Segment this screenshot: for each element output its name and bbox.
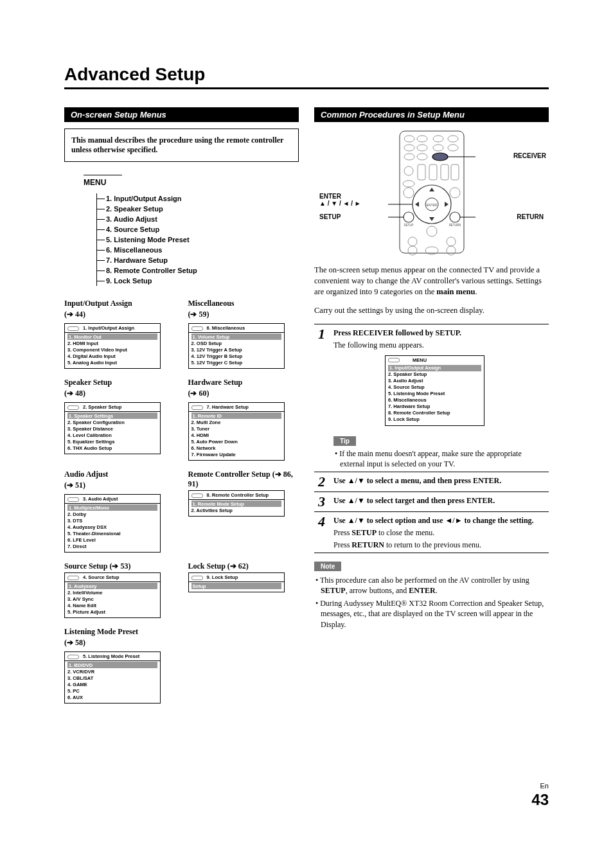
mini-menu-item: 2. VCR/DVR (67, 668, 157, 675)
svg-point-37 (447, 237, 456, 246)
mini-menu-header: 8. Remote Controller Setup (189, 491, 284, 500)
step1-menu-title: MENU (413, 357, 427, 363)
intro-paragraph-2: Carry out the settings by using the on-s… (314, 305, 549, 316)
mini-menu-item: 4. GAME (67, 681, 157, 687)
page-number: 43 (531, 791, 549, 808)
svg-text:SETUP: SETUP (404, 224, 413, 227)
step1-menu-item: 3. Audio Adjust (388, 378, 481, 384)
mini-menu-header: 3. Audio Adjust (65, 495, 160, 504)
intro-paragraph: The on-screen setup menus appear on the … (314, 265, 549, 297)
svg-point-26 (404, 188, 414, 198)
mini-menu: 9. Lock SetupSetup (188, 572, 285, 592)
submenu-title: Speaker Setup (64, 378, 175, 387)
svg-rect-16 (441, 164, 449, 180)
submenu-title: Source Setup (➔ 53) (64, 562, 175, 571)
svg-text:RETURN: RETURN (449, 224, 461, 227)
svg-point-2 (417, 136, 427, 142)
menu-tree-item: 4. Source Setup (97, 224, 299, 235)
mini-menu: 6. Miscellaneous1. Volume Setup2. OSD Se… (188, 323, 285, 369)
submenu-title: Hardware Setup (188, 378, 299, 387)
mini-menu-header: 6. Miscellaneous (189, 324, 284, 333)
svg-point-10 (417, 154, 427, 160)
submenu-block: Listening Mode Preset(➔ 58)5. Listening … (64, 627, 299, 704)
mini-menu-item: 7. Firmware Update (191, 451, 281, 457)
mini-menu-item: 1. Volume Setup (191, 333, 281, 340)
mini-menu-item: 2. Activities Setup (191, 507, 281, 513)
mini-menu-item: 4. Name Edit (67, 602, 157, 608)
svg-point-5 (404, 145, 414, 151)
menu-tree-item: 7. Hardware Setup (97, 255, 299, 265)
mini-menu-item: 1. BD/DVD (67, 662, 157, 668)
svg-point-8 (448, 145, 458, 151)
menu-tree-item: 6. Miscellaneous (97, 245, 299, 255)
mini-menu-item: 6. AUX (67, 694, 157, 700)
svg-point-35 (427, 226, 437, 236)
svg-marker-24 (415, 202, 419, 207)
step1-menu-item: 7. Hardware Setup (388, 403, 481, 410)
mini-menu-item: 3. DTS (67, 517, 157, 524)
mini-menu-item: Setup (191, 583, 281, 589)
mini-menu-item: 4. Audyssey DSX (67, 524, 157, 530)
step-2: 2 Use ▲/▼ to select a menu, and then pre… (314, 472, 549, 492)
svg-point-27 (450, 188, 460, 198)
mini-menu-item: 5. 12V Trigger C Setup (191, 359, 281, 366)
svg-point-28 (404, 212, 414, 222)
svg-point-30 (450, 212, 460, 222)
mini-menu-item: 7. Direct (67, 543, 157, 549)
mini-menu-header: 9. Lock Setup (189, 573, 284, 582)
submenu-ref: (➔ 51) (64, 481, 175, 490)
mini-menu-item: 6. LFE Level (67, 536, 157, 543)
mini-menu-item: 2. IntelliVolume (67, 589, 157, 596)
mini-menu-item: 5. Equalizer Settings (67, 438, 157, 445)
svg-rect-15 (429, 164, 437, 180)
mini-menu-item: 3. 12V Trigger A Setup (191, 346, 281, 353)
label-arrows: ▲ / ▼ / ◄ / ► (319, 200, 361, 207)
step1-menu-item: 1. Input/Output Assign (388, 365, 481, 371)
mini-menu-item: 6. Network (191, 445, 281, 451)
mini-menu-item: 4. Digital Audio Input (67, 353, 157, 359)
footer-locale: En (540, 782, 549, 790)
mini-menu: 2. Speaker Setup1. Speaker Settings2. Sp… (64, 402, 161, 454)
submenu-block: Audio Adjust(➔ 51)3. Audio Adjust1. Mult… (64, 470, 175, 553)
mini-menu-item: 3. CBL/SAT (67, 675, 157, 681)
right-section-header: Common Procedures in Setup Menu (314, 107, 549, 122)
svg-point-36 (408, 237, 417, 246)
mini-menu-item: 3. A/V Sync (67, 596, 157, 602)
submenu-title: Audio Adjust (64, 470, 175, 479)
submenu-block: Remote Controller Setup (➔ 86, 91)8. Rem… (188, 470, 299, 553)
mini-menu-item: 1. Speaker Settings (67, 412, 157, 419)
submenu-ref: (➔ 48) (64, 389, 175, 398)
note-label: Note (314, 562, 341, 571)
step1-menu-item: 6. Miscellaneous (388, 397, 481, 403)
mini-menu-item: 2. OSD Setup (191, 340, 281, 346)
svg-point-4 (448, 136, 458, 142)
svg-marker-23 (429, 217, 434, 221)
mini-menu: 8. Remote Controller Setup1. Remote Mode… (188, 490, 285, 517)
mini-menu: 3. Audio Adjust1. Multiplex/Mono2. Dolby… (64, 494, 161, 553)
svg-point-40 (447, 246, 456, 255)
submenu-title: Lock Setup (➔ 62) (188, 562, 299, 571)
step1-menu-item: 2. Speaker Setup (388, 371, 481, 378)
page-title: Advanced Setup (64, 64, 549, 89)
mini-menu: 5. Listening Mode Preset1. BD/DVD2. VCR/… (64, 651, 161, 704)
mini-menu: 4. Source Setup1. Audyssey2. IntelliVolu… (64, 572, 161, 618)
svg-marker-25 (445, 202, 449, 207)
svg-point-13 (404, 166, 413, 175)
mini-menu-header: 2. Speaker Setup (65, 403, 160, 412)
menu-tree-item: 8. Remote Controller Setup (97, 265, 299, 276)
mini-menu-item: 5. PC (67, 687, 157, 694)
mini-menu-item: 1. Remote ID (191, 412, 281, 419)
svg-rect-14 (418, 164, 425, 180)
mini-menu-header: 7. Hardware Setup (189, 403, 284, 412)
svg-point-9 (404, 154, 414, 160)
submenu-title: Miscellaneous (188, 299, 299, 308)
svg-point-6 (417, 145, 427, 151)
mini-menu-header: 4. Source Setup (65, 573, 160, 582)
submenu-title: Remote Controller Setup (➔ 86, 91) (188, 470, 299, 489)
label-receiver: RECEIVER (513, 152, 546, 159)
step1-menu-item: 4. Source Setup (388, 384, 481, 391)
submenu-title: Input/Output Assign (64, 299, 175, 308)
menu-tree-item: 2. Speaker Setup (97, 204, 299, 214)
step-1-sub: The following menu appears. (333, 341, 545, 350)
mini-menu-header: 1. Input/Output Assign (65, 324, 160, 333)
